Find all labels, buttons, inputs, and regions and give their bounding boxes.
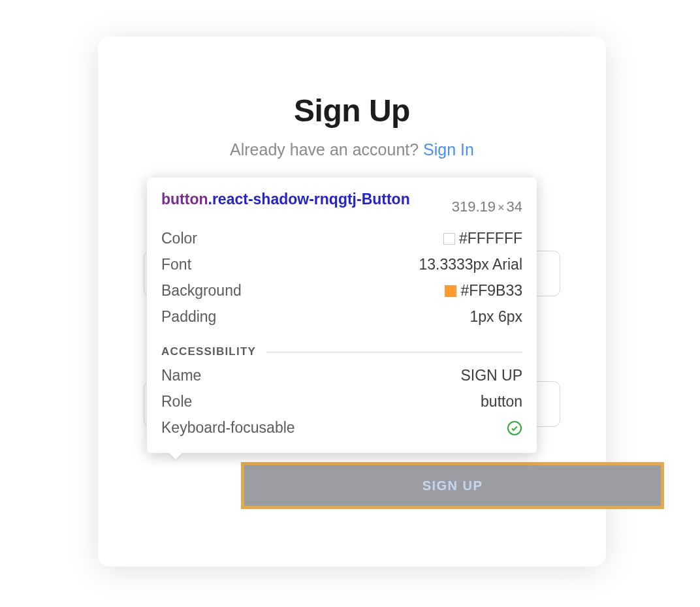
page-title: Sign Up [144,93,560,129]
prop-font: Font 13.3333px Arial [161,256,522,273]
element-selector: button.react-shadow-rnqgtj-Button [161,189,443,210]
a11y-name-label: Name [161,367,201,384]
dim-times: × [498,201,505,214]
divider [266,352,522,352]
a11y-role-value: button [481,393,522,411]
color-swatch-icon [443,233,455,245]
accessibility-heading: ACCESSIBILITY [161,345,256,358]
prop-font-label: Font [161,256,191,273]
check-circle-icon [507,420,522,436]
dim-height: 34 [507,198,522,215]
element-dimensions: 319.19×34 [452,198,522,215]
prop-color-label: Color [161,230,197,247]
prop-font-value: 13.3333px Arial [419,256,522,273]
a11y-keyboard-focusable: Keyboard-focusable [161,419,522,437]
a11y-name-value: SIGN UP [460,367,522,384]
svg-point-0 [508,422,521,435]
a11y-name: Name SIGN UP [161,367,522,384]
a11y-kf-value [507,420,522,436]
subtitle-text: Already have an account? [230,140,423,159]
a11y-role-label: Role [161,393,192,411]
prop-padding-label: Padding [161,308,216,326]
selector-row: button.react-shadow-rnqgtj-Button 319.19… [161,189,522,215]
prop-padding: Padding 1px 6px [161,308,522,326]
prop-padding-value: 1px 6px [469,308,522,326]
selector-tag: button [161,191,208,208]
devtools-inspector-tooltip: button.react-shadow-rnqgtj-Button 319.19… [147,178,537,453]
prop-background: Background #FF9B33 [161,282,522,300]
a11y-kf-label: Keyboard-focusable [161,419,295,437]
signup-button-label: SIGN UP [422,478,483,493]
dim-width: 319.19 [452,198,496,215]
signup-button[interactable]: SIGN UP [243,464,662,507]
bg-swatch-icon [445,285,456,297]
prop-color: Color #FFFFFF [161,230,522,247]
accessibility-section-header: ACCESSIBILITY [161,345,522,358]
prop-color-value: #FFFFFF [443,230,522,247]
prop-bg-label: Background [161,282,242,300]
selector-class: .react-shadow-rnqgtj-Button [208,191,410,208]
signin-link[interactable]: Sign In [423,140,474,159]
a11y-role: Role button [161,393,522,411]
signin-prompt: Already have an account? Sign In [144,140,560,159]
prop-bg-value: #FF9B33 [445,282,522,300]
